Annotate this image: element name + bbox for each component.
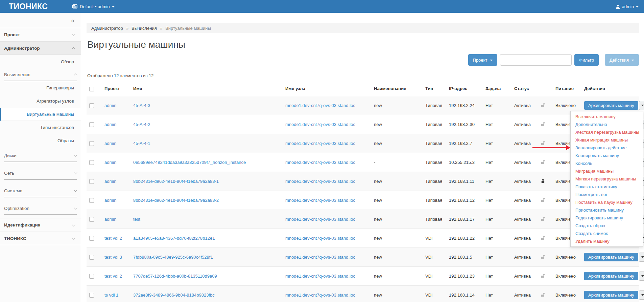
menu-item[interactable]: Выключить машину xyxy=(571,113,643,121)
node-name-link[interactable]: mnode1.dev-cnt7q-ovs-03.stand.loc xyxy=(285,179,355,184)
actions-button[interactable]: Действия xyxy=(605,54,639,66)
menu-item[interactable]: Удалить машину xyxy=(571,237,643,245)
project-link[interactable]: test vdi 2 xyxy=(104,236,122,241)
sidebar-group-system[interactable]: Система xyxy=(4,185,77,197)
menu-item[interactable]: Консоль xyxy=(571,159,643,167)
menu-item[interactable]: Создать образ xyxy=(571,222,643,230)
sidebar-item-project[interactable]: Проект xyxy=(0,28,81,41)
project-link[interactable]: admin xyxy=(104,179,116,184)
menu-item[interactable]: Запланировать действие xyxy=(571,144,643,152)
node-name-link[interactable]: mnode1.dev-cnt7q-ovs-03.stand.loc xyxy=(285,274,355,279)
row-actions-toggle[interactable] xyxy=(639,272,644,281)
project-link-cell: test vdi 2 xyxy=(102,266,130,285)
sidebar-item-tionix[interactable]: ТИОНИКС xyxy=(0,232,81,245)
row-actions-toggle[interactable] xyxy=(639,101,644,110)
project-link[interactable]: test vdi 2 xyxy=(104,274,122,279)
vm-name-link[interactable]: 0e5689ee748241dda3a9a3a825d709f7_horizon… xyxy=(133,160,246,165)
node-name-link[interactable]: mnode1.dev-cnt7q-ovs-03.stand.loc xyxy=(285,255,355,260)
project-context-switcher[interactable]: Default • admin xyxy=(72,4,115,9)
project-link[interactable]: admin xyxy=(104,160,116,165)
vm-name-link[interactable]: 7fdb880a-09c5-48e9-925c-6a90c4f528f1 xyxy=(133,255,213,260)
row-checkbox[interactable] xyxy=(89,255,94,260)
sidebar-collapse-button[interactable]: « xyxy=(71,17,75,24)
node-name-link[interactable]: mnode1.dev-cnt7q-ovs-03.stand.loc xyxy=(285,198,355,203)
table-toolbar: Проект Фильтр Действия xyxy=(87,54,639,66)
sidebar-subitem[interactable]: Агрегаторы узлов xyxy=(0,94,81,108)
project-link[interactable]: ts vdi 1 xyxy=(104,293,118,298)
user-menu[interactable]: admin xyxy=(616,4,639,9)
project-link[interactable]: admin xyxy=(104,141,116,146)
sidebar-subitem[interactable]: Типы инстансов xyxy=(0,121,81,134)
row-checkbox[interactable] xyxy=(89,141,94,146)
row-actions-toggle[interactable] xyxy=(639,290,644,300)
row-checkbox[interactable] xyxy=(89,160,94,165)
row-checkbox[interactable] xyxy=(89,103,94,108)
vm-name-link[interactable]: 45-A-4-2 xyxy=(133,122,150,127)
sidebar-subitem[interactable]: Гипервизоры xyxy=(0,81,81,94)
breadcrumb-item[interactable]: Вычисления xyxy=(132,26,157,31)
node-name-link[interactable]: mnode1.dev-cnt7q-ovs-03.stand.loc xyxy=(285,293,355,298)
sidebar-subitem[interactable]: Образы xyxy=(0,134,81,147)
row-checkbox[interactable] xyxy=(89,179,94,184)
menu-item[interactable]: Показать статистику xyxy=(571,183,643,191)
node-name-link[interactable]: mnode1.dev-cnt7q-ovs-03.stand.loc xyxy=(285,122,355,127)
row-actions-toggle[interactable] xyxy=(639,253,644,262)
breadcrumb-item[interactable]: Администратор xyxy=(91,26,123,31)
chevron-down-icon xyxy=(72,236,75,240)
menu-item[interactable]: Поставить на паузу машину xyxy=(571,198,643,206)
project-filter-button[interactable]: Проект xyxy=(468,54,498,66)
archive-vm-button[interactable]: Архивировать машину xyxy=(584,291,638,299)
menu-item[interactable]: Живая миграция машины xyxy=(571,136,643,144)
sidebar-group-compute[interactable]: Вычисления xyxy=(4,68,77,81)
menu-item[interactable]: Миграция машины xyxy=(571,167,643,175)
project-link[interactable]: admin xyxy=(104,217,116,222)
row-checkbox[interactable] xyxy=(89,198,94,203)
row-checkbox[interactable] xyxy=(89,217,94,222)
row-checkbox[interactable] xyxy=(89,293,94,298)
archive-vm-button[interactable]: Архивировать машину xyxy=(584,253,638,261)
sidebar-group-network[interactable]: Сеть xyxy=(4,167,77,180)
node-name-link[interactable]: mnode2.dev-cnt7q-ovs-03.stand.loc xyxy=(285,160,355,165)
vm-name-link[interactable]: 7707de57-126d-4bbb-a00b-8135110d9a09 xyxy=(133,274,217,279)
vm-name-link[interactable]: test xyxy=(133,217,140,222)
node-name-link[interactable]: mnode1.dev-cnt7q-ovs-03.stand.loc xyxy=(285,103,355,108)
menu-item[interactable]: Приостановить машину xyxy=(571,206,643,214)
project-link[interactable]: admin xyxy=(104,122,116,127)
archive-vm-button[interactable]: Архивировать машину xyxy=(584,101,638,110)
row-checkbox[interactable] xyxy=(89,236,94,241)
archive-vm-button[interactable]: Архивировать машину xyxy=(584,272,638,280)
filter-button[interactable]: Фильтр xyxy=(574,54,599,66)
vm-name-link[interactable]: 45-A-4-3 xyxy=(133,103,150,108)
menu-item[interactable]: Жесткая перезагрузка машины xyxy=(571,128,643,136)
menu-item[interactable]: Создать снимок xyxy=(571,230,643,237)
project-link[interactable]: admin xyxy=(104,103,116,108)
sidebar-group-disks[interactable]: Диски xyxy=(4,149,77,162)
menu-item[interactable]: Мягкая перезагрузка машины xyxy=(571,175,643,183)
sidebar-item-overview[interactable]: Обзор xyxy=(0,55,81,68)
menu-item[interactable]: Редактировать машину xyxy=(571,214,643,222)
menu-item[interactable]: Посмотреть лог xyxy=(571,191,643,198)
node-name-link[interactable]: mnode1.dev-cnt7q-ovs-03.stand.loc xyxy=(285,217,355,222)
vm-name-link[interactable]: a1a34905-e5a8-4367-bd70-f82f278b12e1 xyxy=(133,236,215,241)
project-link-cell: test vdi 3 xyxy=(102,247,130,266)
select-all-checkbox[interactable] xyxy=(89,87,94,91)
row-select-cell xyxy=(87,153,102,172)
project-link[interactable]: admin xyxy=(104,198,116,203)
row-actions-menu: Выключить машинуДополнительноЖесткая пер… xyxy=(570,111,643,247)
row-checkbox[interactable] xyxy=(89,274,94,279)
sidebar-item-identity[interactable]: Идентификация xyxy=(0,218,81,232)
vm-name-link[interactable]: 8bb2431e-d962-4e1b-80f4-f1eba79a2a83-2 xyxy=(133,198,219,203)
node-name-link[interactable]: mnode1.dev-cnt7q-ovs-03.stand.loc xyxy=(285,141,355,146)
sidebar-item-admin[interactable]: Администратор xyxy=(0,41,81,55)
node-name-link[interactable]: mnode1.dev-cnt7q-ovs-03.stand.loc xyxy=(285,236,355,241)
vm-name-link[interactable]: 372ae8f9-3489-4866-9b04-8184b9823fbc xyxy=(133,293,215,298)
search-input[interactable] xyxy=(500,54,572,66)
menu-item[interactable]: Дополнительно xyxy=(571,121,643,128)
menu-item[interactable]: Клонировать машину xyxy=(571,152,643,159)
row-checkbox[interactable] xyxy=(89,122,94,127)
project-link[interactable]: test vdi 3 xyxy=(104,255,122,260)
sidebar-group-optimization[interactable]: Optimization xyxy=(4,202,77,215)
sidebar-subitem[interactable]: Виртуальные машины xyxy=(0,108,81,121)
vm-name-link[interactable]: 45-A-4-1 xyxy=(133,141,150,146)
vm-name-link[interactable]: 8bb2431e-d962-4e1b-80f4-f1eba79a2a83-1 xyxy=(133,179,219,184)
